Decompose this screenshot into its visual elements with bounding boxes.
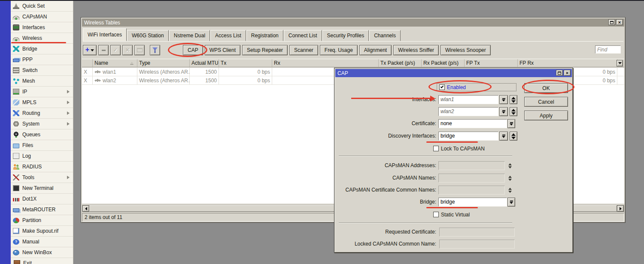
column-header-tx-packet[interactable]: Tx Packet (p/s) [378,59,421,67]
app-top-border [0,0,644,1]
interfaces-dropdown-button-1[interactable] [499,95,508,104]
capsman-addresses-field[interactable] [438,161,505,170]
scroll-left-button[interactable] [82,205,89,212]
tab-connect-list[interactable]: Connect List [284,30,322,41]
apply-button[interactable]: Apply [524,111,568,120]
add-button[interactable]: + [83,45,97,55]
submenu-arrow-icon [67,122,70,126]
cancel-button[interactable]: Cancel [524,97,568,107]
sidebar-item-wireless[interactable]: Wireless [11,33,73,44]
capsman-icon [13,14,19,20]
certificate-dropdown-button[interactable] [507,119,515,128]
sidebar-item-interfaces[interactable]: Interfaces [11,22,73,33]
tab-w60g-station[interactable]: W60G Station [127,30,169,41]
sidebar-item-files[interactable]: Files [11,140,73,151]
capsman-ccn-updown[interactable] [506,186,514,195]
sidebar-item-mpls[interactable]: MPLS [11,97,73,108]
close-button[interactable]: × [564,70,571,76]
freq-usage-button[interactable]: Freq. Usage [320,45,358,55]
tab-channels[interactable]: Channels [369,30,401,41]
remove-button[interactable] [98,45,109,55]
tab-registration[interactable]: Registration [246,30,283,41]
interfaces-dropdown-button-2[interactable] [499,107,508,116]
column-header-tx[interactable]: Tx [219,59,272,67]
sidebar-item-switch[interactable]: Switch [11,65,73,76]
static-virtual-checkbox[interactable] [433,212,439,217]
cap-dialog-titlebar[interactable]: CAP × [335,69,572,77]
maximize-button[interactable] [608,19,615,25]
capsman-names-updown[interactable] [506,174,514,183]
down-arrow-icon [511,112,516,115]
close-button[interactable]: × [616,19,623,25]
sidebar-item-exit[interactable]: Exit [11,258,73,264]
alignment-button[interactable]: Alignment [359,45,392,55]
sidebar-item-bridge[interactable]: Bridge [11,44,73,54]
column-header-fp-tx[interactable]: FP Tx [464,59,517,67]
capsman-addresses-updown[interactable] [506,161,514,170]
sidebar-item-system[interactable]: System [11,119,73,129]
certificate-label: Certificate: [337,119,436,128]
tab-wifi-interfaces[interactable]: WiFi Interfaces [83,28,127,41]
sidebar-item-ppp[interactable]: PPP [11,54,73,65]
sidebar-item-metarouter[interactable]: MetaROUTER [11,204,73,215]
column-header-rx[interactable]: Rx [272,59,378,67]
sidebar-item-manual[interactable]: ?Manual [11,237,73,247]
find-input[interactable] [595,45,621,54]
scanner-button[interactable]: Scanner [289,45,318,55]
sidebar-item-queues[interactable]: Queues [11,129,73,140]
sidebar-item-routing[interactable]: Routing [11,108,73,119]
setup-repeater-button[interactable]: Setup Repeater [242,45,288,55]
discovery-interfaces-field[interactable]: bridge [438,132,498,141]
enabled-checkbox[interactable] [439,84,445,90]
discovery-dropdown-button[interactable] [499,132,508,141]
cap-button[interactable]: CAP [183,45,203,55]
tab-nstreme-dual[interactable]: Nstreme Dual [169,30,210,41]
bridge-dropdown-button[interactable] [507,198,515,207]
interfaces-updown-1[interactable] [510,95,517,104]
sidebar-item-make-supout[interactable]: Make Supout.rif [11,226,73,237]
sidebar-item-new-winbox[interactable]: New WinBox [11,247,73,258]
wireless-snooper-button[interactable]: Wireless Snooper [440,45,491,55]
wireless-tables-titlebar[interactable]: Wireless Tables × [82,18,624,27]
interfaces-field-1[interactable]: wlan1 [438,95,498,104]
column-header-fp-rx[interactable]: FP Rx [517,59,617,67]
enable-button[interactable]: ✓ [110,45,121,55]
sidebar-item-dot1x[interactable]: Dot1X [11,194,73,204]
certificate-field[interactable]: none [438,119,507,128]
lock-to-capsman-checkbox[interactable] [433,146,439,151]
filter-button[interactable] [150,45,160,55]
scroll-right-button[interactable] [617,205,624,212]
ok-button[interactable]: OK [524,83,568,93]
sidebar-item-capsman[interactable]: CAPsMAN [11,12,73,22]
sidebar-item-mesh[interactable]: Mesh [11,76,73,87]
sidebar-item-partition[interactable]: Partition [11,215,73,226]
sidebar-item-tools[interactable]: Tools [11,172,73,183]
maximize-button[interactable] [556,70,563,76]
queues-icon [13,132,19,138]
tab-access-list[interactable]: Access List [210,30,246,41]
interfaces-field-2[interactable]: wlan2 [438,107,498,116]
column-header-actual-mtu[interactable]: Actual MTU [189,59,219,67]
column-header-flags[interactable] [82,59,92,67]
wps-client-button[interactable]: WPS Client [205,45,240,55]
column-header-name[interactable]: Name [92,59,137,67]
dropdown-icon [502,136,505,138]
disable-button[interactable]: ✕ [122,45,133,55]
comment-button[interactable] [134,45,145,55]
sidebar-item-quick-set[interactable]: Quick Set [11,1,73,12]
bridge-field[interactable]: bridge [438,198,507,207]
tab-security-profiles[interactable]: Security Profiles [322,30,369,41]
wireless-sniffer-button[interactable]: Wireless Sniffer [393,45,439,55]
capsman-names-field[interactable] [438,174,505,183]
interfaces-updown-2[interactable] [510,107,517,116]
column-header-rx-packet[interactable]: Rx Packet (p/s) [421,59,464,67]
capsman-ccn-field[interactable] [438,186,505,195]
sidebar-item-new-terminal[interactable]: New Terminal [11,183,73,194]
sidebar-item-ip[interactable]: IP [11,87,73,97]
locked-capsman-common-name-field [439,240,515,249]
discovery-updown[interactable] [510,132,517,141]
column-selector-button[interactable] [617,60,623,66]
column-header-type[interactable]: Type [137,59,189,67]
sidebar-item-log[interactable]: Log [11,151,73,162]
sidebar-item-radius[interactable]: RADIUS [11,162,73,172]
